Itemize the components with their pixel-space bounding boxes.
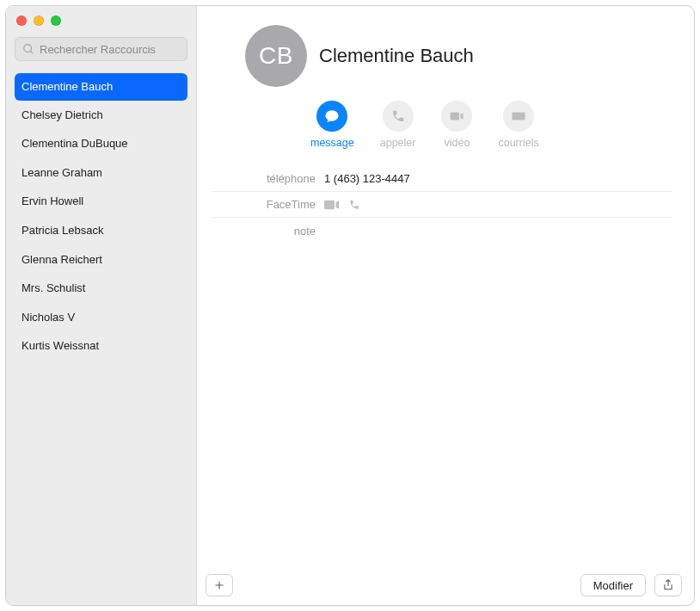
call-label: appeler (380, 137, 416, 149)
add-button[interactable] (206, 574, 233, 596)
mail-label: courriels (498, 137, 538, 149)
phone-row: téléphone 1 (463) 123-4447 (212, 166, 672, 192)
plus-icon (213, 579, 225, 591)
contact-list-item[interactable]: Clementine Bauch (15, 73, 187, 101)
contact-list-item[interactable]: Nicholas V (6, 303, 196, 332)
contact-list-item[interactable]: Chelsey Dietrich (6, 101, 196, 130)
video-label: vidéo (444, 137, 470, 149)
share-button[interactable] (654, 574, 682, 596)
facetime-value (324, 199, 360, 211)
note-row: note (212, 218, 672, 244)
facetime-label: FaceTime (212, 198, 324, 211)
contacts-window: Clementine BauchChelsey DietrichClementi… (5, 5, 695, 606)
call-button[interactable]: appeler (380, 101, 416, 149)
facetime-row: FaceTime (212, 192, 672, 218)
phone-icon (383, 101, 414, 132)
avatar-initials: CB (259, 42, 293, 70)
contact-name: Clementine Bauch (319, 45, 474, 67)
video-button[interactable]: vidéo (441, 101, 472, 149)
contact-actions: message appeler vidéo (197, 87, 694, 161)
mail-icon (503, 101, 534, 132)
window-close-button[interactable] (16, 15, 27, 26)
window-maximize-button[interactable] (51, 15, 61, 26)
phone-value[interactable]: 1 (463) 123-4447 (324, 172, 410, 185)
contact-list-item[interactable]: Leanne Graham (6, 158, 196, 188)
search-field[interactable] (15, 37, 187, 61)
contact-list: Clementine BauchChelsey DietrichClementi… (6, 71, 196, 362)
contact-list-item[interactable]: Glenna Reichert (6, 245, 196, 275)
contact-list-item[interactable]: Ervin Howell (6, 187, 196, 216)
main-layout: Clementine BauchChelsey DietrichClementi… (6, 6, 694, 605)
phone-label: téléphone (212, 172, 324, 185)
edit-button[interactable]: Modifier (580, 574, 646, 596)
contact-list-item[interactable]: Patricia Lebsack (6, 216, 196, 245)
footer: Modifier (197, 565, 694, 605)
contact-header: CB Clementine Bauch (197, 6, 694, 87)
message-icon (316, 101, 347, 132)
video-icon (441, 101, 472, 132)
contact-details: téléphone 1 (463) 123-4447 FaceTime note (197, 161, 694, 244)
window-minimize-button[interactable] (34, 15, 44, 26)
mail-button[interactable]: courriels (498, 101, 538, 149)
facetime-video-icon[interactable] (324, 199, 340, 211)
sidebar: Clementine BauchChelsey DietrichClementi… (6, 6, 197, 605)
titlebar (6, 6, 71, 30)
contact-list-item[interactable]: Clementina DuBuque (6, 129, 196, 158)
message-label: message (310, 137, 354, 149)
avatar: CB (245, 25, 307, 87)
facetime-audio-icon[interactable] (348, 199, 360, 211)
contact-detail-panel: CB Clementine Bauch message appeler (197, 6, 694, 605)
message-button[interactable]: message (310, 101, 354, 149)
search-input[interactable] (40, 43, 180, 56)
contact-list-item[interactable]: Kurtis Weissnat (6, 331, 196, 361)
search-icon (22, 43, 34, 55)
share-icon (662, 578, 674, 592)
contact-list-item[interactable]: Mrs. Schulist (6, 274, 196, 303)
note-label: note (212, 225, 324, 238)
